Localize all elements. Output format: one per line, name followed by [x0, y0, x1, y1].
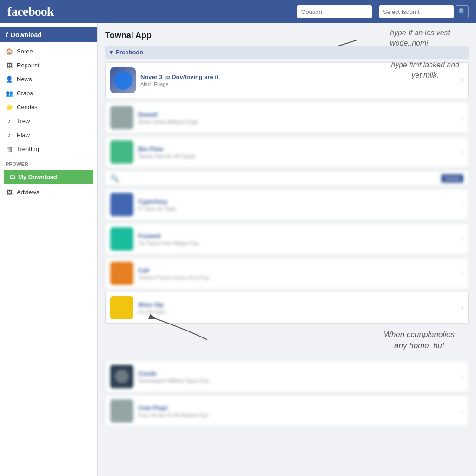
sidebar-item-trew[interactable]: ♪ Trew	[0, 114, 97, 128]
repairst-label: Repairst	[17, 62, 39, 69]
featured-app-info: Nover 3 to Dov/loving are it Alad- Enage	[140, 73, 456, 87]
app-name-5: Wixo Slp	[138, 301, 456, 308]
app-thumb-3	[110, 227, 133, 251]
app-thumb-0	[110, 106, 133, 129]
sidebar-item-trentfig[interactable]: ▦ TrentFig	[0, 142, 97, 156]
app-card-3[interactable]: Fuswed 7ro Typns Fron Mayps Fyp ›	[105, 223, 469, 255]
sidebar-section-ppower: Ppower	[0, 156, 97, 169]
app-name-6: Cosde	[138, 370, 456, 377]
app-card-0[interactable]: Dowell Driver lortas Motions Fypd ›	[105, 102, 469, 133]
mydownload-icon: 🗂	[9, 173, 15, 180]
app-desc-5: Fro Srl Som...	[138, 309, 456, 315]
facebook-logo: facebook	[7, 4, 53, 19]
app-chevron-0: ›	[461, 113, 463, 122]
app-info-1: Bio Flow Tannis Yoos Ar Uff Fypnd	[138, 145, 456, 159]
craps-label: Craps	[17, 90, 33, 97]
app-name-2: Cyperfusy	[138, 198, 456, 205]
trentfig-label: TrentFig	[17, 145, 39, 152]
app-chevron-3: ›	[461, 235, 463, 243]
news-label: News	[17, 76, 32, 83]
app-thumb-1	[110, 140, 133, 164]
app-chevron-4: ›	[461, 269, 463, 278]
callout3-area: Wixo Slp Fro Srl Som... › When ccunpleno…	[105, 292, 469, 324]
app-name-0: Dowell	[138, 111, 456, 118]
plaw-icon: ♪	[6, 131, 13, 139]
app-card-2[interactable]: Cyperfusy F7 Som Or Typd ›	[105, 189, 469, 220]
featured-app-sub: Alad- Enage	[140, 81, 456, 87]
plaw-label: Plaw	[17, 132, 30, 139]
download-button[interactable]: f Download	[0, 27, 97, 42]
cendes-icon: ⭐	[6, 103, 13, 111]
adviews-label: Adviews	[17, 189, 39, 196]
app-info-4: Call Yoonus Frouns Krous Krus Fyp	[138, 267, 456, 280]
app-desc-0: Driver lortas Motions Fypd	[138, 119, 456, 125]
search-button[interactable]: 🔍	[456, 5, 469, 18]
list-search-bar: 🔍 Oelmit	[105, 171, 469, 186]
app-card-7[interactable]: Cole Flopl Fros Vlo Aw To 40 Rtypnrs Fyp…	[105, 395, 469, 427]
app-name-7: Cole Flopl	[138, 404, 456, 411]
app-chevron-2: ›	[461, 200, 463, 209]
featured-thumb	[110, 67, 136, 93]
list-search-button[interactable]: Oelmit	[441, 174, 463, 183]
title-area: Townal App hype If an les vest wode..nom…	[105, 31, 469, 40]
app-name-1: Bio Flow	[138, 145, 456, 152]
app-card-4[interactable]: Call Yoonus Frouns Krous Krus Fyp ›	[105, 258, 469, 289]
app-thumb-6	[110, 365, 133, 388]
app-desc-6: Tomrraypors Millhos Typus Fyp	[138, 378, 456, 383]
app-desc-4: Yoonus Frouns Krous Krus Fyp	[138, 275, 456, 280]
sidebar-item-soree[interactable]: 🏠 Soree	[0, 44, 97, 58]
app-info-0: Dowell Driver lortas Motions Fypd	[138, 111, 456, 125]
app-chevron-7: ›	[461, 407, 463, 415]
main-content: Townal App hype If an les vest wode..nom…	[98, 23, 476, 476]
download-label: Download	[11, 31, 42, 39]
list-search-icon: 🔍	[110, 174, 119, 183]
sidebar-item-plaw[interactable]: ♪ Plaw	[0, 128, 97, 142]
sidebar-item-craps[interactable]: 👥 Craps	[0, 86, 97, 100]
chevron-down-icon: ▾	[110, 49, 113, 56]
app-desc-7: Fros Vlo Aw To 40 Rtypnrs Fyp	[138, 412, 456, 418]
app-name-4: Call	[138, 267, 456, 274]
app-chevron-1: ›	[461, 148, 463, 156]
sidebar-item-adviews[interactable]: 🖼 Adviews	[0, 185, 97, 199]
list-search-input[interactable]	[123, 175, 437, 182]
fb-section-header[interactable]: ▾ Frcebodn	[105, 46, 469, 59]
sidebar-item-repairst[interactable]: 🖼 Repairst	[0, 58, 97, 72]
sidebar-item-cendes[interactable]: ⭐ Cendes	[0, 100, 97, 114]
fb-section-label: Frcebodn	[116, 49, 143, 56]
sidebar-item-news[interactable]: 👤 News	[0, 72, 97, 86]
adviews-icon: 🖼	[6, 188, 13, 196]
my-download-label: My Download	[18, 173, 57, 180]
search-container: 🔍	[379, 5, 469, 18]
search-input-1[interactable]	[298, 5, 372, 18]
featured-area: Nover 3 to Dov/loving are it Alad- Enage…	[105, 62, 469, 98]
app-info-7: Cole Flopl Fros Vlo Aw To 40 Rtypnrs Fyp	[138, 404, 456, 418]
home-icon: 🏠	[6, 47, 13, 55]
app-card-6[interactable]: Cosde Tomrraypors Millhos Typus Fyp ›	[105, 361, 469, 392]
callout-3: When ccunplenolies any home, hu!	[384, 329, 455, 351]
craps-icon: 👥	[6, 89, 13, 97]
trew-label: Trew	[17, 118, 30, 125]
app-card-1[interactable]: Bio Flow Tannis Yoos Ar Uff Fypnd ›	[105, 136, 469, 168]
app-card-5[interactable]: Wixo Slp Fro Srl Som... ›	[105, 292, 469, 324]
app-thumb-4	[110, 262, 133, 285]
cendes-label: Cendes	[17, 104, 38, 111]
app-thumb-7	[110, 399, 133, 423]
my-download-button[interactable]: 🗂 My Download	[4, 170, 93, 184]
featured-chevron-icon: ›	[461, 76, 463, 85]
app-name-3: Fuswed	[138, 232, 456, 239]
top-navbar: facebook 🔍	[0, 0, 476, 23]
featured-app-name: Nover 3 to Dov/loving are it	[140, 73, 456, 80]
sidebar: f Download 🏠 Soree 🖼 Repairst 👤 News 👥 C…	[0, 23, 98, 476]
app-info-3: Fuswed 7ro Typns Fron Mayps Fyp	[138, 232, 456, 246]
f-icon: f	[6, 31, 8, 39]
trew-icon: ♪	[6, 117, 13, 125]
trentfig-icon: ▦	[6, 145, 13, 152]
app-desc-1: Tannis Yoos Ar Uff Fypnd	[138, 153, 456, 159]
app-desc-3: 7ro Typns Fron Mayps Fyp	[138, 240, 456, 246]
featured-app-card[interactable]: Nover 3 to Dov/loving are it Alad- Enage…	[105, 62, 469, 98]
app-chevron-5: ›	[461, 304, 463, 312]
app-info-5: Wixo Slp Fro Srl Som...	[138, 301, 456, 315]
app-thumb-2	[110, 193, 133, 216]
search-input-2[interactable]	[379, 5, 454, 18]
app-desc-2: F7 Som Or Typd	[138, 206, 456, 212]
